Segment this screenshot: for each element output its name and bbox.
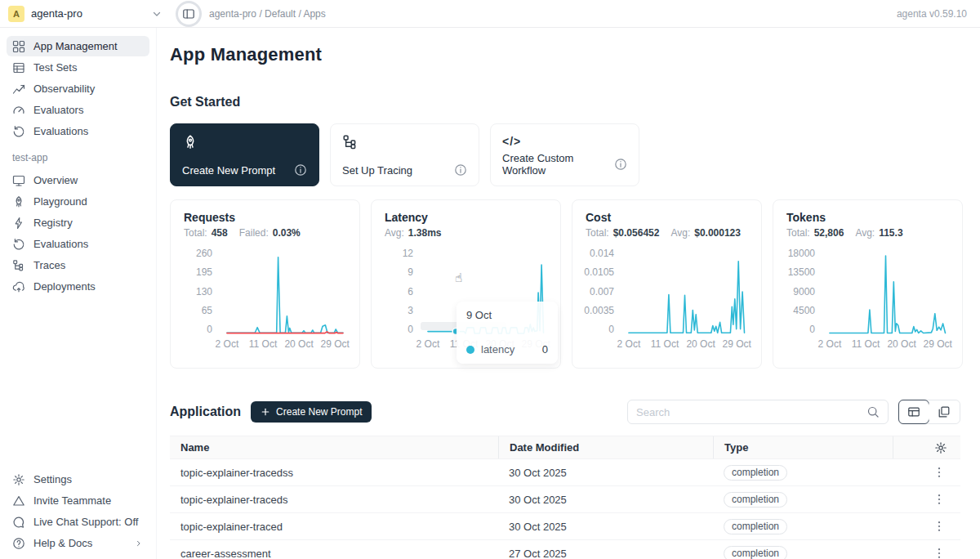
sidebar-item-live-chat-support-off[interactable]: Live Chat Support: Off: [7, 512, 149, 532]
tokens-chart[interactable]: [822, 251, 949, 336]
sidebar-item-label: Registry: [33, 217, 73, 229]
stat-value: $0.000123: [694, 227, 741, 239]
sidebar-item-label: Evaluations: [33, 125, 88, 137]
tooltip-series-name: latency: [481, 343, 514, 356]
chevron-down-icon: [150, 7, 163, 20]
type-cell: completion: [713, 546, 893, 559]
card-view-button[interactable]: [929, 400, 960, 423]
sidebar-item-overview[interactable]: Overview: [7, 170, 149, 190]
latency-chart[interactable]: 9 Octlatency0☝: [421, 251, 547, 336]
help-icon: [12, 537, 25, 550]
triangle-icon: [12, 494, 25, 508]
requests-chart[interactable]: [220, 251, 346, 336]
type-cell: completion: [713, 465, 893, 481]
tooltip-date: 9 Oct: [466, 309, 548, 321]
top-header: A agenta-pro agenta-pro / Default / Apps…: [0, 0, 980, 28]
view-toggle: [898, 400, 960, 424]
applications-table: NameDate ModifiedType topic-explainer-tr…: [170, 436, 960, 559]
lightning-icon: [12, 217, 25, 230]
get-started-card-label: Set Up Tracing: [342, 164, 412, 177]
search-icon[interactable]: [866, 405, 880, 418]
row-actions-cell: [893, 466, 960, 479]
sidebar-item-observability[interactable]: Observability: [7, 78, 149, 99]
table-header-row: NameDate ModifiedType: [170, 436, 960, 459]
sidebar-item-settings[interactable]: Settings: [7, 469, 149, 490]
row-actions-cell: [893, 520, 960, 533]
sidebar-item-evaluators[interactable]: Evaluators: [7, 100, 149, 120]
table-row[interactable]: topic-explainer-traceds30 Oct 2025comple…: [170, 486, 960, 513]
table-row[interactable]: topic-explainer-traced30 Oct 2025complet…: [170, 513, 960, 540]
sidebar-item-label: Observability: [33, 83, 95, 95]
requests-stat-card: RequestsTotal:458Failed:0.03%26019513065…: [170, 199, 360, 369]
series-dot-icon: [466, 346, 474, 354]
code-icon: </>: [502, 135, 521, 148]
workspace-selector[interactable]: agenta-pro: [31, 7, 163, 20]
main-content: App Management Get Started Create New Pr…: [157, 28, 980, 559]
x-axis: 2 Oct11 Oct20 Oct29 Oct: [220, 338, 346, 351]
stat-value: $0.056452: [613, 227, 660, 239]
row-menu-kebab-icon[interactable]: [933, 493, 946, 506]
sidebar-item-traces[interactable]: Traces: [7, 255, 149, 275]
get-started-card-create-new-prompt[interactable]: Create New Prompt: [170, 123, 319, 186]
latency-stat-card: LatencyAvg:1.38ms1296309 Octlatency0☝2 O…: [371, 199, 561, 369]
sidebar-item-evaluations[interactable]: Evaluations: [7, 121, 149, 141]
sidebar-toggle-button[interactable]: [178, 3, 199, 25]
type-badge: completion: [724, 546, 787, 559]
sidebar-item-help-docs[interactable]: Help & Docs: [7, 533, 149, 553]
sidebar-item-label: Playground: [33, 195, 87, 208]
line-chart-icon: [12, 83, 25, 96]
row-menu-kebab-icon[interactable]: [933, 520, 946, 533]
app-name-cell: topic-explainer-tracedss: [170, 467, 498, 479]
info-icon[interactable]: [294, 163, 307, 177]
app-name-cell: career-assessment: [170, 548, 498, 559]
sidebar-item-registry[interactable]: Registry: [7, 212, 149, 233]
row-menu-kebab-icon[interactable]: [933, 466, 946, 479]
application-header: Application Create New Prompt: [170, 400, 960, 424]
table-settings-gear-icon[interactable]: [934, 441, 947, 454]
table-row[interactable]: career-assessment27 Oct 2025completion: [170, 540, 960, 559]
get-started-card-create-custom-workflow[interactable]: </>Create Custom Workflow: [490, 123, 639, 186]
chat-icon: [12, 516, 25, 529]
sidebar-item-deployments[interactable]: Deployments: [7, 276, 149, 297]
cost-chart[interactable]: [621, 251, 748, 336]
sidebar-item-label: Settings: [33, 473, 72, 485]
search-input[interactable]: [636, 406, 860, 418]
type-badge: completion: [724, 492, 787, 508]
y-axis: 0.0140.01050.0070.00350: [586, 251, 621, 336]
x-axis: 2 Oct11 Oct20 Oct29 Oct: [621, 338, 748, 351]
sidebar-item-app-management[interactable]: App Management: [7, 36, 149, 56]
sidebar-item-playground[interactable]: Playground: [7, 191, 149, 212]
info-icon[interactable]: [614, 158, 627, 171]
column-header-date-modified: Date Modified: [498, 436, 713, 458]
table-settings-cell: [893, 436, 960, 458]
sidebar-item-test-sets[interactable]: Test Sets: [7, 57, 149, 78]
create-new-prompt-button[interactable]: Create New Prompt: [251, 401, 372, 423]
workspace-avatar[interactable]: A: [8, 6, 24, 22]
y-axis: 129630: [385, 251, 421, 336]
row-menu-kebab-icon[interactable]: [933, 547, 946, 559]
card-view-icon: [938, 405, 951, 418]
application-title: Application: [170, 405, 241, 419]
table-view-button[interactable]: [898, 400, 929, 424]
date-modified-cell: 30 Oct 2025: [498, 521, 713, 533]
version-label: agenta v0.59.10: [897, 8, 967, 20]
date-modified-cell: 30 Oct 2025: [498, 467, 713, 479]
type-cell: completion: [713, 519, 893, 534]
breadcrumb[interactable]: agenta-pro / Default / Apps: [209, 8, 326, 20]
y-axis: 260195130650: [184, 251, 220, 336]
history-icon: [12, 238, 25, 251]
table-row[interactable]: topic-explainer-tracedss30 Oct 2025compl…: [170, 459, 960, 486]
stat-label: Failed:: [239, 227, 269, 239]
get-started-title: Get Started: [170, 95, 960, 110]
tooltip-value: 0: [542, 343, 548, 356]
sidebar-item-evaluations[interactable]: Evaluations: [7, 234, 149, 254]
app-name-cell: topic-explainer-traceds: [170, 494, 498, 506]
stat-value: 458: [212, 227, 228, 239]
y-axis: 1800013500900045000: [786, 251, 822, 336]
plus-icon: [261, 407, 270, 417]
sidebar-item-invite-teammate[interactable]: Invite Teammate: [7, 490, 149, 511]
info-icon[interactable]: [454, 163, 467, 177]
get-started-card-set-up-tracing[interactable]: Set Up Tracing: [330, 123, 479, 186]
stat-cards: RequestsTotal:458Failed:0.03%26019513065…: [170, 199, 960, 369]
search-box: [627, 400, 889, 424]
